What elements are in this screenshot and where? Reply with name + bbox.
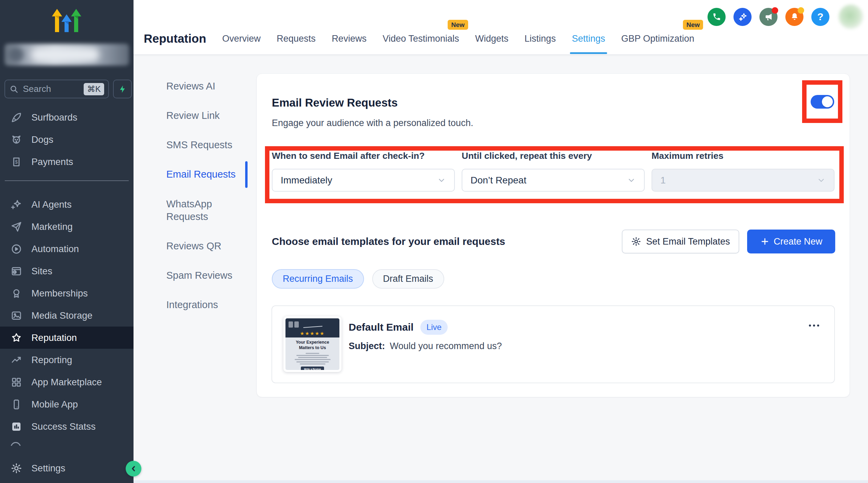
- tab-widgets[interactable]: Widgets: [475, 33, 509, 44]
- partially-visible-item-icon: [11, 442, 22, 446]
- filter-draft-emails[interactable]: Draft Emails: [372, 269, 444, 289]
- user-avatar[interactable]: [839, 4, 863, 29]
- preview-heading: Your Experience Matters to Us: [292, 340, 333, 350]
- sidebar-item-payments[interactable]: $ Payments: [0, 151, 134, 173]
- subnav-item-integrations[interactable]: Integrations: [134, 290, 256, 320]
- sidebar-item-label: AI Agents: [31, 199, 72, 210]
- create-new-button[interactable]: Create New: [747, 230, 835, 253]
- status-badge-live: Live: [420, 320, 448, 335]
- sidebar-item-surfboards[interactable]: Surfboards: [0, 106, 134, 128]
- ai-assistant-button[interactable]: [733, 8, 752, 26]
- subnav-item-spam-reviews[interactable]: Spam Reviews: [134, 261, 256, 290]
- gear-icon: [11, 463, 22, 474]
- subnav-item-review-link[interactable]: Review Link: [134, 101, 256, 130]
- email-requests-toggle[interactable]: [811, 95, 834, 109]
- preview-cta-button: Write a Review: [301, 367, 324, 370]
- subnav-item-reviews-ai[interactable]: Reviews AI: [134, 72, 256, 101]
- tab-video-testimonials[interactable]: Video Testimonials New: [382, 33, 459, 44]
- preview-header: ★★★★★: [285, 318, 339, 337]
- sidebar-item-label: Memberships: [31, 288, 88, 299]
- search-placeholder: Search: [23, 84, 80, 94]
- page-title: Reputation: [144, 32, 206, 45]
- sidebar-divider: [5, 180, 129, 181]
- tab-reviews[interactable]: Reviews: [332, 33, 366, 44]
- template-options-menu-button[interactable]: [809, 325, 819, 327]
- sidebar-item-label: Mobile App: [31, 399, 78, 410]
- template-row-default-email[interactable]: ★★★★★ Your Experience Matters to Us Writ…: [271, 305, 835, 383]
- bell-icon: [790, 12, 799, 22]
- field-send-timing: When to send Email after check-in? Immed…: [272, 151, 455, 192]
- notification-dot: [772, 7, 778, 14]
- gear-icon: [631, 236, 641, 247]
- subject-label: Subject:: [349, 341, 385, 351]
- sidebar-item-mobile-app[interactable]: Mobile App: [0, 393, 134, 415]
- search-input[interactable]: Search ⌘K: [4, 80, 109, 98]
- phone-button[interactable]: [708, 8, 726, 26]
- field-label: Until clicked, repeat this every: [462, 151, 645, 161]
- templates-heading: Choose email templates for your email re…: [272, 236, 622, 247]
- phone-icon: [712, 12, 721, 21]
- sidebar-item-media-storage[interactable]: Media Storage: [0, 304, 134, 327]
- sidebar-collapse-button[interactable]: [126, 461, 141, 477]
- sidebar-item-sites[interactable]: Sites: [0, 260, 134, 282]
- smartphone-icon: [11, 399, 22, 410]
- field-label: When to send Email after check-in?: [272, 151, 455, 161]
- sidebar-item-label: Reputation: [31, 332, 77, 343]
- sidebar-item-label: Automation: [31, 244, 79, 254]
- subject-value: Would you recommend us?: [390, 341, 502, 351]
- tab-settings[interactable]: Settings: [572, 33, 605, 44]
- help-button[interactable]: ?: [811, 8, 829, 26]
- red-annotation-box-toggle: [802, 80, 842, 123]
- reputation-tabs: Reputation Overview Requests Reviews Vid…: [144, 32, 694, 45]
- reputation-settings-subnav: Reviews AI Review Link SMS Requests Emai…: [134, 72, 256, 320]
- sidebar-item-dogs[interactable]: Dogs: [0, 128, 134, 151]
- email-review-requests-panel: Email Review Requests Engage your audien…: [256, 73, 850, 397]
- sparkles-plus-icon: [11, 199, 22, 210]
- announcements-button[interactable]: [759, 8, 778, 26]
- set-email-templates-button[interactable]: Set Email Templates: [622, 230, 739, 253]
- filter-recurring-emails[interactable]: Recurring Emails: [272, 269, 364, 289]
- sidebar-item-automation[interactable]: Automation: [0, 238, 134, 260]
- subnav-item-reviews-qr[interactable]: Reviews QR: [134, 232, 256, 261]
- new-badge: New: [683, 20, 703, 30]
- plus-icon: [760, 237, 770, 246]
- sidebar-item-reputation[interactable]: Reputation: [0, 327, 134, 349]
- max-retries-select: 1: [652, 169, 835, 192]
- megaphone-icon: [764, 12, 773, 22]
- account-switcher[interactable]: [4, 44, 129, 66]
- sidebar-item-ai-agents[interactable]: AI Agents: [0, 193, 134, 216]
- search-shortcut-badge: ⌘K: [84, 83, 104, 95]
- chevron-down-icon: [817, 176, 826, 185]
- subnav-item-email-requests[interactable]: Email Requests: [134, 160, 256, 189]
- subnav-item-sms-requests[interactable]: SMS Requests: [134, 130, 256, 160]
- notifications-button[interactable]: [785, 8, 803, 26]
- surfboard-icon: [11, 112, 22, 123]
- award-ribbon-icon: [11, 288, 22, 299]
- send-timing-select[interactable]: Immediately: [272, 169, 455, 192]
- tab-listings[interactable]: Listings: [524, 33, 556, 44]
- sidebar-item-memberships[interactable]: Memberships: [0, 282, 134, 304]
- active-indicator-bar: [245, 161, 248, 188]
- sidebar-item-marketing[interactable]: Marketing: [0, 216, 134, 238]
- svg-text:$: $: [15, 159, 18, 164]
- toggle-knob: [822, 96, 833, 107]
- tab-overview[interactable]: Overview: [222, 33, 261, 44]
- tab-requests[interactable]: Requests: [277, 33, 316, 44]
- chevron-down-icon: [437, 176, 446, 185]
- trend-up-icon: [11, 354, 22, 366]
- sidebar-item-label: Payments: [31, 156, 73, 167]
- email-template-thumbnail: ★★★★★ Your Experience Matters to Us Writ…: [283, 316, 341, 372]
- template-filters: Recurring Emails Draft Emails: [272, 269, 444, 289]
- play-circle-icon: [11, 243, 22, 255]
- sidebar-item-app-marketplace[interactable]: App Marketplace: [0, 371, 134, 393]
- repeat-interval-select[interactable]: Don’t Repeat: [462, 169, 645, 192]
- tab-gbp-optimization[interactable]: GBP Optimization New: [621, 33, 694, 44]
- sidebar-item-label: Surfboards: [31, 112, 78, 123]
- sidebar-item-settings[interactable]: Settings: [0, 457, 134, 479]
- sidebar-item-label: Sites: [31, 266, 52, 277]
- sidebar-item-label: Dogs: [31, 134, 53, 145]
- sidebar-item-reporting[interactable]: Reporting: [0, 349, 134, 371]
- subnav-item-whatsapp-requests[interactable]: WhatsApp Requests: [134, 189, 256, 232]
- sidebar-item-success-stats[interactable]: Success Statss: [0, 415, 134, 438]
- quick-actions-button[interactable]: [113, 80, 132, 98]
